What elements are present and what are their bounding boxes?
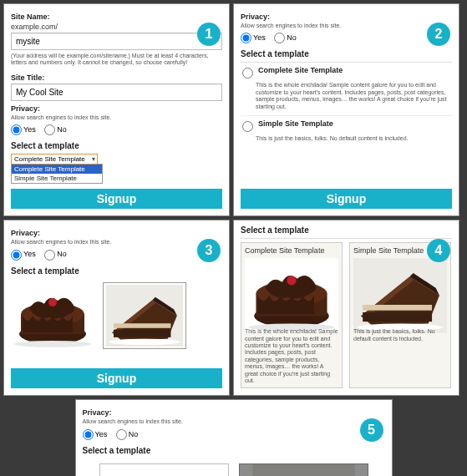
label-site-title: Site Title:	[11, 73, 222, 82]
radio-yes[interactable]	[241, 33, 251, 43]
template-radio-list: Complete Site Template This is the whole…	[241, 63, 452, 147]
site-name-hint: (Your address will be example.com/sitena…	[11, 53, 222, 67]
panel-3: 3 Privacy: Allow search engines to index…	[3, 220, 230, 396]
radio-yes-text: Yes	[23, 125, 36, 134]
radio-no[interactable]	[44, 250, 55, 261]
template-cards: Complete Site Template This is the whole…	[241, 242, 452, 388]
template-radio[interactable]	[242, 68, 253, 78]
panel-5: 5 Privacy: Allow search engines to index…	[75, 399, 393, 476]
signup-button[interactable]: Signup	[11, 368, 222, 388]
template-thumb-complete[interactable]	[11, 282, 94, 349]
site-title-input[interactable]	[11, 84, 222, 101]
panel-1: 1 Site Name: example.com/ (Your address …	[3, 3, 230, 216]
radio-yes-label[interactable]: Yes	[11, 125, 36, 134]
privacy-radios: Yes No	[11, 124, 222, 135]
panel-4: 4 Select a template Complete Site Templa…	[233, 220, 459, 396]
template-option-simple[interactable]: Simple Site Template This is just the ba…	[241, 116, 452, 147]
radio-no-label[interactable]: No	[116, 430, 139, 438]
template-card-complete[interactable]: Complete Site Template This is the whole…	[241, 242, 343, 388]
radio-yes-label[interactable]: Yes	[11, 250, 36, 258]
template-title: Simple Site Template	[258, 119, 333, 128]
privacy-radios: Yes No	[83, 429, 385, 440]
overlay-shade	[240, 464, 368, 476]
radio-no[interactable]	[44, 124, 55, 135]
template-radio[interactable]	[242, 121, 253, 132]
template-title: Complete Site Template	[258, 66, 343, 74]
radio-yes-label[interactable]: Yes	[241, 33, 266, 42]
template-option-complete[interactable]: Complete Site Template This is the whole…	[241, 63, 452, 115]
site-name-input[interactable]	[11, 33, 222, 50]
card-image	[245, 258, 338, 325]
template-desc: This is just the basics, folks. No defau…	[256, 135, 450, 142]
panel-2: 2 Privacy: Allow search engines to index…	[233, 3, 459, 216]
template-card-simple[interactable]: Simple Site Template This is just the ba…	[349, 242, 451, 388]
radio-yes[interactable]	[83, 429, 94, 440]
radio-no-label[interactable]: No	[44, 125, 67, 134]
template-tiles: Simple Site Template View demo Select th…	[83, 463, 385, 476]
step-badge: 3	[197, 239, 221, 262]
signup-button[interactable]: Signup	[241, 189, 452, 209]
privacy-hint: Allow search engines to index this site.	[83, 418, 385, 425]
select-template-head: Select a template	[83, 446, 385, 455]
card-image	[353, 258, 447, 325]
radio-yes[interactable]	[11, 124, 22, 135]
step-badge: 2	[427, 23, 450, 46]
template-image-row	[11, 282, 222, 349]
label-site-name: Site Name:	[11, 13, 222, 21]
radio-no[interactable]	[116, 429, 127, 440]
privacy-hint: Allow search engines to index this site.	[241, 23, 452, 29]
step-badge: 1	[197, 23, 221, 46]
privacy-radios: Yes No	[241, 33, 452, 43]
template-select[interactable]: Complete Site Template	[11, 154, 98, 165]
dropdown-opt-simple[interactable]: Simple Site Template	[12, 174, 102, 183]
signup-button[interactable]: Signup	[11, 189, 222, 209]
card-desc: This is the whole enchilada! Sample cont…	[245, 328, 338, 384]
select-template-head: Select a template	[241, 49, 452, 58]
step-badge: 4	[427, 239, 450, 262]
template-tile-simple[interactable]: Simple Site Template View demo Select th…	[239, 463, 368, 476]
radio-yes-label[interactable]: Yes	[83, 430, 108, 438]
card-title: Complete Site Template	[245, 246, 338, 255]
privacy-hint: Allow search engines to index this site.	[11, 239, 222, 246]
label-privacy: Privacy:	[241, 13, 452, 21]
radio-no-label[interactable]: No	[44, 250, 67, 258]
radio-no[interactable]	[274, 33, 285, 43]
template-desc: This is the whole enchilada! Sample cont…	[256, 82, 450, 110]
card-desc: This is just the basics, folks. No defau…	[353, 328, 447, 342]
template-dropdown: Complete Site Template Simple Site Templ…	[11, 164, 103, 184]
dropdown-opt-complete[interactable]: Complete Site Template	[12, 165, 102, 174]
label-privacy: Privacy:	[11, 104, 222, 113]
radio-no-label[interactable]: No	[274, 33, 297, 42]
template-thumb-simple[interactable]	[103, 282, 186, 349]
radio-no-text: No	[57, 125, 67, 134]
domain-prefix: example.com/	[11, 23, 222, 31]
select-template-head: Select a template	[11, 266, 222, 276]
label-privacy: Privacy:	[11, 229, 222, 237]
label-privacy: Privacy:	[83, 408, 385, 417]
select-template-head: Select a template	[11, 141, 222, 150]
select-template-head: Select a template	[241, 225, 452, 235]
radio-yes[interactable]	[11, 250, 22, 261]
privacy-radios: Yes No	[11, 250, 222, 261]
privacy-hint: Allow search engines to index this site.	[11, 114, 222, 121]
step-badge: 5	[360, 418, 383, 442]
template-tile-complete[interactable]	[99, 463, 229, 476]
